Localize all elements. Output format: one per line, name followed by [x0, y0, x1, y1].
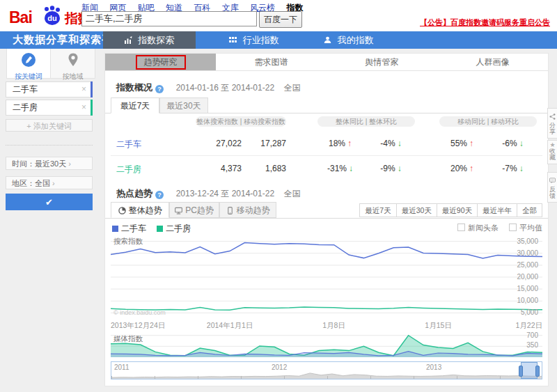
range-button-30d[interactable]: 最近30天 — [397, 203, 437, 217]
nav-index-explore[interactable]: 指数探索 — [103, 31, 196, 49]
share-label: 分享 — [549, 123, 556, 135]
overview-section-header: 指数概况? 2014-01-16 至 2014-01-22 全国 — [116, 81, 301, 91]
announcement-link[interactable]: 【公告】百度指数邀请码服务重启公告 — [420, 17, 550, 28]
sidebar-tab-by-region[interactable]: 按地域 — [51, 49, 95, 79]
monitor-icon — [175, 204, 182, 220]
search-input[interactable] — [81, 11, 257, 26]
highlight-red-box: 趋势研究 — [136, 55, 186, 70]
checkbox-news-headlines[interactable] — [457, 224, 465, 231]
timeline-handle-left[interactable] — [519, 366, 523, 377]
tab-demand-map[interactable]: 需求图谱 — [216, 54, 327, 70]
range-tab-7days[interactable]: 最近7天 — [111, 97, 159, 113]
sidebar-tab-by-keyword[interactable]: 按关键词 — [6, 49, 51, 79]
range-tab-30days[interactable]: 最近30天 — [159, 97, 208, 113]
nav-item-label: 指数探索 — [138, 35, 174, 45]
tab-sentiment-manager[interactable]: 舆情管家 — [327, 54, 437, 70]
x-tick: 2013年12月24日 — [111, 321, 165, 331]
trend-arrow-icon: ↑ — [347, 139, 352, 148]
trend-region: 全国 — [284, 189, 301, 198]
speech-bubble-icon — [549, 178, 556, 184]
y-tick: 20,000 — [506, 273, 538, 281]
row-keyword[interactable]: 二手车 — [116, 139, 179, 150]
share-button[interactable]: 分享 — [547, 108, 557, 139]
research-tab-bar: 趋势研究 需求图谱 舆情管家 人群画像 — [105, 54, 548, 71]
keyword-name: 二手车 — [13, 82, 38, 97]
favorite-button[interactable]: ★ 收藏 — [547, 140, 557, 164]
search-button[interactable]: 百度一下 — [259, 11, 302, 28]
close-icon[interactable]: × — [81, 100, 86, 115]
overall-yoy: 18%↑ — [314, 139, 366, 148]
person-icon — [324, 32, 331, 49]
trend-date-range: 2013-12-24 至 2014-01-22 — [176, 189, 274, 198]
range-button-all[interactable]: 全部 — [517, 203, 542, 217]
trend-tab-overall[interactable]: 整体趋势 — [111, 202, 169, 218]
region-filter[interactable]: 地区：全国› — [6, 176, 93, 189]
top-header: Bai du 指数 新闻 网页 贴吧 知道 百科 文库 风云榜 指数 百度一下 … — [0, 0, 557, 31]
x-tick: 2014年1月1日 — [207, 321, 253, 331]
overall-mom: -9%↓ — [365, 164, 417, 173]
help-icon[interactable]: ? — [155, 191, 164, 199]
trend-tab-pc[interactable]: PC趋势 — [169, 202, 219, 218]
tab-audience-profile[interactable]: 人群画像 — [437, 54, 548, 70]
row-keyword[interactable]: 二手房 — [116, 164, 179, 175]
chevron-right-icon: › — [68, 159, 71, 168]
time-filter-label: 时间：最近30天 — [12, 159, 66, 168]
share-icon — [549, 113, 556, 120]
map-pin-icon — [65, 52, 81, 68]
checkbox-label[interactable]: 平均值 — [519, 224, 542, 232]
trend-arrow-icon: ↓ — [519, 164, 524, 173]
media-index-chart[interactable] — [111, 334, 542, 357]
keyword-item-0[interactable]: 二手车 × — [6, 81, 93, 97]
trend-tab-divider — [105, 218, 548, 219]
y-tick: 350 — [506, 341, 538, 349]
x-tick: 1月22日 — [515, 321, 542, 331]
add-keyword-button[interactable]: + 添加关键词 — [6, 119, 93, 132]
help-icon[interactable]: ? — [155, 85, 164, 93]
overview-title: 指数概况 — [116, 82, 152, 93]
trend-arrow-icon: ↓ — [398, 164, 402, 173]
checkbox-label[interactable]: 新闻头条 — [468, 224, 499, 232]
column-group-mobile-change: 移动同比 | 移动环比 — [439, 116, 537, 127]
tab-trend-research[interactable]: 趋势研究 — [105, 54, 216, 70]
column-group-overall-change: 整体同比 | 整体环比 — [317, 116, 415, 127]
mobile-mom: -6%↓ — [487, 139, 539, 148]
search-index-chart-title: 搜索指数 — [113, 237, 143, 246]
legend-item-car[interactable]: 二手车 — [112, 224, 146, 233]
apply-filters-button[interactable]: ✔ — [6, 194, 93, 210]
sidebar-divider — [6, 145, 93, 146]
y-tick: 35,000 — [506, 237, 538, 245]
trend-arrow-icon: ↑ — [469, 164, 473, 173]
time-filter[interactable]: 时间：最近30天› — [6, 157, 93, 170]
trend-arrow-icon: ↓ — [349, 164, 353, 173]
legend-item-house[interactable]: 二手房 — [157, 224, 191, 233]
phone-icon — [226, 204, 234, 220]
nav-industry-index[interactable]: 行业指数 — [216, 31, 292, 49]
nav-my-index[interactable]: 我的指数 — [311, 31, 387, 49]
range-button-7d[interactable]: 最近7天 — [359, 203, 396, 217]
overall-mom: -4%↓ — [365, 139, 417, 148]
primary-navbar: 大数据分享和探索平台 指数探索 行业指数 — [0, 31, 557, 49]
x-axis-labels: 2013年12月24日 2014年1月1日 1月8日 1月15日 1月22日 — [111, 321, 542, 330]
timeline-handle-right[interactable] — [535, 366, 540, 377]
search-index-chart[interactable] — [111, 235, 542, 319]
close-icon[interactable]: × — [81, 82, 86, 97]
pie-icon — [118, 204, 126, 220]
timeline-slider[interactable]: 2011 2012 2013 — [111, 361, 542, 379]
range-button-half-year[interactable]: 最近半年 — [478, 203, 517, 217]
trend-tab-mobile[interactable]: 移动趋势 — [219, 202, 276, 218]
nav-item-label: 行业指数 — [243, 35, 279, 45]
checkbox-average[interactable] — [509, 224, 517, 231]
feedback-label: 反馈 — [549, 187, 556, 199]
timeline-selection[interactable] — [521, 362, 538, 379]
media-index-chart-title: 媒体指数 — [113, 334, 143, 344]
grid-icon — [229, 32, 237, 49]
range-button-90d[interactable]: 最近90天 — [437, 203, 478, 217]
keyword-item-1[interactable]: 二手房 × — [6, 100, 93, 116]
legend-chip-green — [157, 226, 163, 232]
keyword-color-bar — [91, 81, 93, 97]
y-tick: 15,000 — [506, 285, 538, 292]
feedback-button[interactable]: 反馈 — [547, 172, 557, 203]
keyword-color-bar — [91, 100, 93, 116]
overall-search-index: 27,022 — [196, 139, 242, 148]
y-tick: 5,000 — [506, 308, 538, 316]
